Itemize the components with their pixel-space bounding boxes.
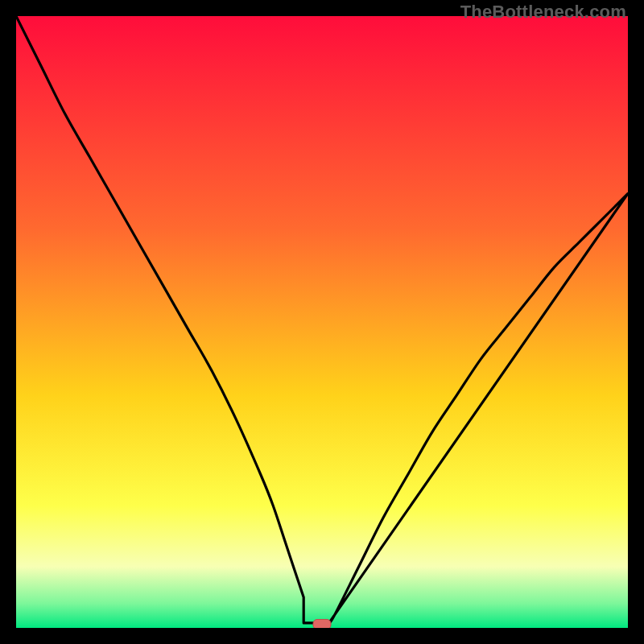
gradient-background bbox=[16, 16, 628, 628]
bottleneck-chart bbox=[16, 16, 628, 628]
plot-area bbox=[16, 16, 628, 628]
optimum-marker bbox=[313, 619, 331, 628]
watermark-text: TheBottleneck.com bbox=[460, 2, 626, 23]
chart-frame: TheBottleneck.com bbox=[0, 0, 644, 644]
